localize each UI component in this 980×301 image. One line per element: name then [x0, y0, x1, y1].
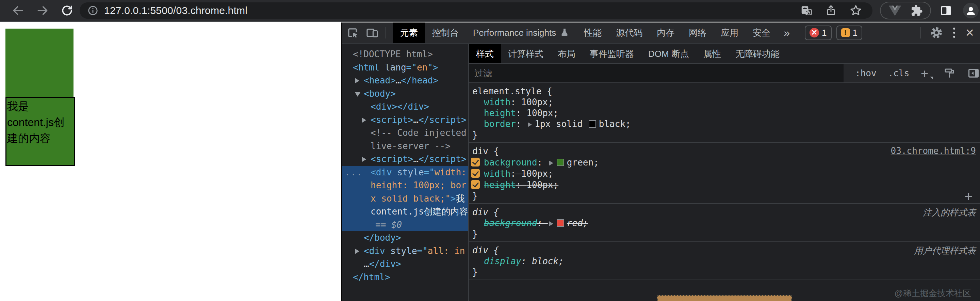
styles-tab[interactable]: 计算样式: [501, 44, 550, 63]
dom-tree-line[interactable]: height: 100px; bor: [342, 179, 468, 192]
styles-tab[interactable]: 无障碍功能: [728, 44, 787, 63]
declaration-checkbox[interactable]: [471, 158, 480, 167]
green-box-plain: [5, 29, 73, 97]
css-declaration[interactable]: display: block;: [469, 256, 980, 267]
content-line: content.js创: [7, 115, 73, 131]
device-toolbar-icon[interactable]: [366, 26, 379, 39]
styles-tab[interactable]: 属性: [696, 44, 728, 63]
devtools-tab[interactable]: 网络: [682, 22, 714, 43]
devtools-tab[interactable]: 内存: [649, 22, 682, 43]
dom-tree-line[interactable]: <!DOCTYPE html>: [342, 48, 468, 61]
styles-tab[interactable]: DOM 断点: [641, 44, 696, 63]
settings-gear-icon[interactable]: [930, 26, 943, 39]
dom-tree-line[interactable]: <script>…</script>: [342, 153, 468, 166]
expand-arrow-icon[interactable]: [355, 248, 360, 254]
css-declaration[interactable]: div {: [469, 245, 980, 256]
close-devtools-icon[interactable]: ×: [966, 25, 974, 40]
css-declaration[interactable]: width: 100px;: [469, 97, 980, 108]
css-declaration[interactable]: background: red;: [469, 218, 980, 228]
warning-badge[interactable]: ! 1: [837, 25, 862, 40]
error-icon: ✕: [810, 28, 819, 37]
css-declaration[interactable]: div {: [469, 146, 980, 157]
devtools-menu-icon[interactable]: [952, 26, 956, 39]
node-menu-dots[interactable]: ...: [345, 166, 363, 179]
site-info-icon[interactable]: [87, 5, 99, 16]
toolbar-separator: [920, 27, 921, 38]
dom-tree-line[interactable]: </html>: [342, 271, 468, 284]
css-declaration[interactable]: }: [469, 129, 980, 140]
address-bar[interactable]: 127.0.0.1:5500/03.chrome.html: [80, 2, 872, 19]
class-toggle[interactable]: .cls: [888, 68, 910, 78]
dom-tree-line[interactable]: <body>: [342, 87, 468, 100]
dom-tree-line[interactable]: <!-- Code injected: [342, 126, 468, 140]
profile-avatar[interactable]: [963, 3, 978, 18]
side-panel-icon[interactable]: [939, 4, 953, 18]
toggle-sidebar-icon[interactable]: [967, 67, 980, 80]
dom-tree-line[interactable]: <html lang="en">: [342, 61, 468, 74]
error-badge[interactable]: ✕ 1: [805, 25, 831, 40]
styles-tab[interactable]: 样式: [469, 44, 501, 63]
expand-arrow-icon[interactable]: [355, 78, 360, 83]
dom-tree-line[interactable]: <div></div>: [342, 100, 468, 113]
bookmark-star-icon[interactable]: [850, 4, 862, 17]
inspect-element-icon[interactable]: [346, 26, 359, 39]
devtools-tab[interactable]: 性能: [577, 22, 609, 43]
reload-icon[interactable]: [60, 4, 73, 17]
forward-icon[interactable]: [36, 4, 49, 17]
devtools-toolbar: 元素控制台Performance insights性能源代码内存网络应用安全 »…: [342, 22, 980, 44]
dom-tree: <!DOCTYPE html><html lang="en"><head>…</…: [342, 44, 469, 301]
share-icon[interactable]: [825, 5, 837, 17]
declaration-checkbox[interactable]: [471, 169, 480, 178]
dom-tree-line[interactable]: <script>…</script>: [342, 113, 468, 127]
more-tabs-icon[interactable]: »: [784, 27, 790, 39]
styles-filter-input[interactable]: [469, 64, 843, 83]
devtools-tab[interactable]: 控制台: [425, 22, 466, 43]
style-rule-section: 03.chrome.html:9div {background: green;w…: [469, 143, 980, 204]
css-declaration[interactable]: element.style {: [469, 86, 980, 97]
styles-tab[interactable]: 事件监听器: [582, 44, 641, 63]
css-declaration[interactable]: }: [469, 267, 980, 277]
expand-arrow-icon[interactable]: [355, 92, 360, 97]
devtools-tab-strip: 元素控制台Performance insights性能源代码内存网络应用安全: [393, 22, 778, 43]
styles-tab-strip: 样式计算样式布局事件监听器DOM 断点属性无障碍功能: [469, 44, 980, 64]
dom-tree-line[interactable]: …</div>: [342, 257, 468, 271]
dom-tree-line[interactable]: == $0: [342, 218, 468, 231]
dom-tree-line[interactable]: content.js创建的内容: [342, 205, 468, 218]
translate-icon[interactable]: [800, 5, 813, 17]
pseudo-state-toggle[interactable]: :hov: [855, 68, 877, 78]
box-model-margin[interactable]: margin: [657, 295, 792, 301]
dom-tree-line[interactable]: ...<div style="width:: [342, 166, 468, 179]
vue-devtools-icon[interactable]: [888, 5, 902, 16]
color-swatch-icon: [557, 159, 564, 166]
css-declaration[interactable]: div {: [469, 207, 980, 218]
dom-tree-line[interactable]: <div style="all: in: [342, 244, 468, 258]
css-declaration[interactable]: width: 100px;: [469, 168, 980, 179]
paint-roller-icon[interactable]: [943, 67, 956, 79]
new-style-rule-button[interactable]: +: [921, 66, 932, 80]
css-declaration[interactable]: }: [469, 228, 980, 239]
css-declaration[interactable]: height: 100px;: [469, 108, 980, 118]
devtools-tab[interactable]: Performance insights: [466, 22, 577, 43]
css-declaration[interactable]: background: green;: [469, 157, 980, 168]
devtools-tab[interactable]: 源代码: [609, 22, 649, 43]
styles-tab[interactable]: 布局: [550, 44, 582, 63]
back-icon[interactable]: [11, 4, 24, 17]
declaration-checkbox[interactable]: [471, 180, 480, 189]
css-declaration[interactable]: }: [469, 190, 980, 201]
devtools-tab[interactable]: 元素: [393, 22, 425, 43]
devtools-tab[interactable]: 应用: [714, 22, 746, 43]
extensions-puzzle-icon[interactable]: [911, 5, 923, 17]
css-declaration[interactable]: border: 1px solid black;: [469, 118, 980, 129]
dom-tree-line[interactable]: <head>…</head>: [342, 74, 468, 87]
insert-style-rule-button[interactable]: +: [964, 188, 972, 204]
devtools-tab[interactable]: 安全: [746, 22, 778, 43]
css-declaration[interactable]: height: 100px;: [469, 179, 980, 190]
extensions-pill: [880, 2, 931, 19]
url-text[interactable]: 127.0.0.1:5500/03.chrome.html: [104, 5, 795, 16]
experiment-flask-icon: [559, 27, 570, 38]
dom-tree-line[interactable]: live-server -->: [342, 140, 468, 153]
dom-tree-line[interactable]: </body>: [342, 231, 468, 244]
expand-arrow-icon[interactable]: [362, 157, 366, 162]
dom-tree-line[interactable]: x solid black;">我: [342, 192, 468, 205]
expand-arrow-icon[interactable]: [362, 118, 366, 123]
